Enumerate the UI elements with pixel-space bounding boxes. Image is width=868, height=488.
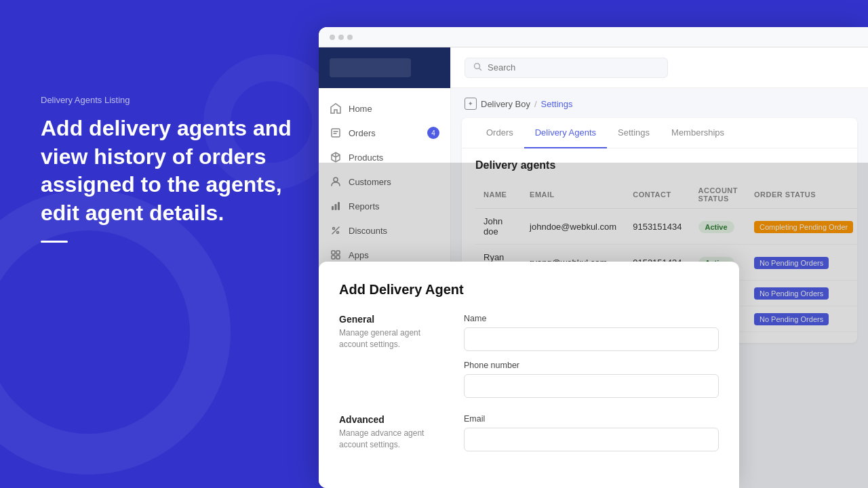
- advanced-description: Manage advance agent account settings.: [339, 428, 448, 451]
- logo: [330, 58, 411, 77]
- tab-orders[interactable]: Orders: [475, 118, 524, 148]
- general-section: General Manage general agent account set…: [339, 314, 719, 407]
- left-panel: [0, 0, 346, 488]
- left-content: Delivery Agents Listing Add delivery age…: [41, 95, 298, 243]
- page-subtitle: Delivery Agents Listing: [41, 95, 298, 105]
- modal-title: Add Delivery Agent: [339, 282, 719, 298]
- app-header: [451, 47, 868, 88]
- sidebar-item-orders-label: Orders: [349, 128, 376, 138]
- email-field-group: Email: [464, 414, 719, 451]
- phone-field-group: Phone number: [464, 361, 719, 398]
- tabs: Orders Delivery Agents Settings Membersh…: [462, 118, 857, 148]
- home-icon: [330, 102, 342, 115]
- email-label: Email: [464, 414, 719, 424]
- sidebar-item-home[interactable]: Home: [319, 96, 450, 121]
- name-field-group: Name: [464, 314, 719, 351]
- breadcrumb-separator: /: [534, 99, 537, 109]
- breadcrumb-app-icon: ✦: [465, 98, 477, 110]
- search-input[interactable]: [488, 62, 659, 73]
- general-description: Manage general agent account settings.: [339, 327, 448, 350]
- orders-badge: 4: [427, 127, 439, 139]
- svg-point-12: [475, 63, 480, 68]
- page-heading: Add delivery agents and view history of …: [41, 115, 298, 227]
- sidebar-item-products-label: Products: [349, 152, 383, 163]
- svg-rect-0: [332, 129, 340, 137]
- name-label: Name: [464, 314, 719, 323]
- sidebar-logo: [319, 47, 450, 88]
- phone-label: Phone number: [464, 361, 719, 370]
- add-delivery-agent-modal: Add Delivery Agent General Manage genera…: [319, 262, 739, 488]
- search-icon: [473, 62, 482, 73]
- tab-settings[interactable]: Settings: [607, 118, 660, 148]
- breadcrumb: ✦ Delivery Boy / Settings: [451, 88, 868, 110]
- general-section-label: General Manage general agent account set…: [339, 314, 448, 407]
- products-icon: [330, 151, 342, 163]
- breadcrumb-app-name: Delivery Boy: [481, 99, 530, 109]
- sidebar-item-orders[interactable]: Orders 4: [319, 121, 450, 145]
- general-label: General: [339, 314, 448, 325]
- general-fields: Name Phone number: [464, 314, 719, 407]
- device-container: Home Orders 4: [319, 27, 868, 488]
- browser-chrome: [319, 27, 868, 47]
- tab-memberships[interactable]: Memberships: [660, 118, 735, 148]
- browser-dot-1: [330, 35, 335, 40]
- advanced-section: Advanced Manage advance agent account se…: [339, 414, 719, 461]
- sidebar-item-home-label: Home: [349, 104, 372, 114]
- advanced-fields: Email: [464, 414, 719, 461]
- breadcrumb-current: Settings: [541, 99, 573, 109]
- search-bar[interactable]: [465, 58, 668, 78]
- tab-delivery-agents[interactable]: Delivery Agents: [524, 118, 607, 148]
- name-input[interactable]: [464, 327, 719, 351]
- orders-icon: [330, 127, 342, 139]
- heading-divider: [41, 241, 68, 243]
- browser-dot-2: [338, 35, 344, 40]
- advanced-section-label: Advanced Manage advance agent account se…: [339, 414, 448, 461]
- email-input[interactable]: [464, 428, 719, 451]
- browser-dot-3: [347, 35, 353, 40]
- phone-input[interactable]: [464, 374, 719, 398]
- advanced-label: Advanced: [339, 414, 448, 425]
